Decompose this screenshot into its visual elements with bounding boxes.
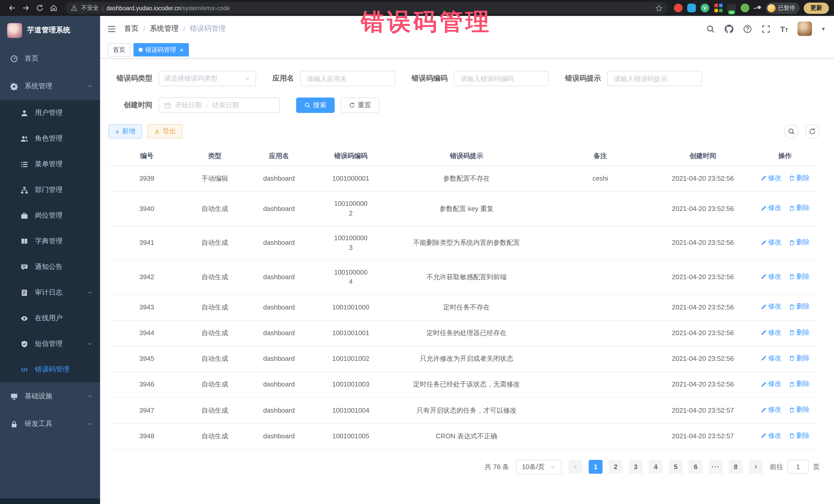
sidebar-item-sms[interactable]: 短信管理 — [0, 331, 100, 357]
export-button[interactable]: 导出 — [147, 124, 183, 138]
book-icon — [21, 237, 28, 245]
delete-link[interactable]: 删除 — [789, 302, 810, 312]
breadcrumb-system[interactable]: 系统管理 — [150, 24, 179, 34]
more-pages-button[interactable]: ··· — [709, 460, 723, 474]
tab-home[interactable]: 首页 — [108, 43, 130, 57]
url-path: /system/error-code — [181, 5, 230, 11]
app-logo-row[interactable]: 芋道管理系统 — [0, 16, 100, 45]
page-button-1[interactable]: 1 — [589, 460, 602, 474]
user-avatar[interactable] — [798, 22, 812, 36]
col-operations: 操作 — [750, 146, 820, 166]
search-button[interactable]: 搜索 — [296, 97, 335, 113]
sidebar-item-user[interactable]: 用户管理 — [0, 100, 100, 126]
delete-link[interactable]: 删除 — [789, 238, 810, 247]
sidebar-item-label: 首页 — [25, 54, 39, 63]
sidebar-item-error-code[interactable]: 错误码管理 — [0, 357, 100, 382]
delete-link[interactable]: 删除 — [789, 354, 810, 364]
next-page-button[interactable] — [749, 460, 763, 474]
table-row: 3945自动生成dashboard1001001002只允许修改为开启或者关闭状… — [108, 346, 820, 372]
close-icon[interactable]: × — [180, 46, 183, 53]
sidebar-item-post[interactable]: 岗位管理 — [0, 203, 100, 228]
error-message-input[interactable] — [607, 71, 702, 86]
extension-dark-icon[interactable]: on — [727, 4, 736, 12]
sidebar-item-role[interactable]: 角色管理 — [0, 126, 100, 151]
reset-button[interactable]: 重置 — [341, 97, 379, 113]
delete-link[interactable]: 删除 — [789, 174, 810, 183]
delete-link[interactable]: 删除 — [789, 379, 810, 389]
end-date-placeholder: 结束日期 — [212, 101, 239, 110]
edit-link[interactable]: 修改 — [760, 354, 782, 364]
app-name-input[interactable] — [300, 71, 395, 86]
edit-icon — [760, 175, 767, 181]
browser-profile-chip[interactable]: 已暂停 — [766, 2, 799, 14]
reload-icon[interactable] — [36, 4, 44, 12]
delete-link[interactable]: 删除 — [789, 328, 810, 337]
cell-remark — [545, 398, 655, 424]
error-code-input[interactable] — [454, 71, 549, 86]
edit-link[interactable]: 修改 — [760, 238, 782, 247]
page-button-5[interactable]: 5 — [669, 460, 683, 474]
edit-link[interactable]: 修改 — [760, 174, 782, 183]
hamburger-icon[interactable] — [107, 24, 116, 33]
delete-link[interactable]: 删除 — [789, 203, 810, 213]
sidebar-collapse-bar[interactable] — [0, 498, 100, 504]
page-size-select[interactable]: 10条/页 — [516, 460, 562, 474]
cell-app: dashboard — [244, 294, 313, 321]
delete-link[interactable]: 删除 — [789, 431, 810, 441]
edit-link[interactable]: 修改 — [760, 405, 782, 415]
edit-link[interactable]: 修改 — [760, 302, 782, 312]
help-icon[interactable] — [743, 24, 752, 33]
chevron-down-icon[interactable]: ▾ — [822, 25, 825, 32]
extension-grid-icon[interactable] — [714, 4, 723, 12]
filter-label-type: 错误码类型 — [108, 74, 152, 83]
github-icon[interactable] — [725, 24, 733, 33]
prev-page-button[interactable] — [569, 460, 583, 474]
cell-code: 1001000003 — [313, 226, 388, 260]
edit-link[interactable]: 修改 — [760, 379, 782, 389]
sidebar-item-online-user[interactable]: 在线用户 — [0, 305, 100, 331]
toggle-search-button[interactable] — [784, 124, 798, 138]
back-icon[interactable] — [8, 4, 16, 12]
browser-home-icon[interactable] — [50, 4, 58, 12]
sidebar-item-home[interactable]: 首页 — [0, 45, 100, 72]
page-button-8[interactable]: 8 — [729, 460, 743, 474]
create-time-range-picker[interactable]: 开始日期 - 结束日期 — [159, 97, 280, 113]
sidebar-item-notice[interactable]: 通知公告 — [0, 254, 100, 280]
pin-icon[interactable] — [752, 3, 763, 13]
extension-red-icon[interactable] — [674, 4, 683, 12]
edit-link[interactable]: 修改 — [760, 328, 782, 337]
extension-blue-icon[interactable] — [687, 4, 696, 12]
delete-link[interactable]: 删除 — [789, 405, 810, 415]
sidebar-item-dict[interactable]: 字典管理 — [0, 228, 100, 254]
page-button-4[interactable]: 4 — [649, 460, 663, 474]
font-size-icon[interactable]: TT — [780, 25, 788, 32]
bookmark-star-icon[interactable] — [655, 4, 663, 12]
tab-error-code[interactable]: 错误码管理 × — [133, 43, 189, 57]
error-type-select[interactable]: 请选择错误码类型 — [159, 71, 256, 86]
edit-link[interactable]: 修改 — [760, 431, 782, 441]
page-button-6[interactable]: 6 — [689, 460, 703, 474]
goto-page-input[interactable] — [787, 460, 809, 474]
edit-link[interactable]: 修改 — [760, 203, 782, 213]
sidebar-item-dept[interactable]: 部门管理 — [0, 177, 100, 203]
sidebar-item-menu[interactable]: 菜单管理 — [0, 151, 100, 177]
url-bar[interactable]: 不安全 dashboard.yudao.iocoder.cn/system/er… — [65, 2, 668, 14]
page-button-3[interactable]: 3 — [629, 460, 642, 474]
sidebar-item-system[interactable]: 系统管理 — [0, 72, 100, 100]
forward-icon[interactable] — [22, 4, 30, 12]
extension-vue-icon[interactable]: V — [701, 4, 709, 12]
extension-green-icon[interactable] — [741, 4, 749, 12]
edit-link[interactable]: 修改 — [760, 272, 782, 282]
sidebar-item-audit-log[interactable]: 审计日志 — [0, 280, 100, 305]
refresh-table-button[interactable] — [805, 124, 820, 138]
add-button[interactable]: + 新增 — [108, 124, 142, 138]
cell-created: 2021-04-20 23:52:56 — [655, 192, 750, 226]
browser-update-button[interactable]: 更新 — [804, 2, 829, 14]
sidebar-item-devtools[interactable]: 研发工具 — [0, 410, 100, 438]
search-icon[interactable] — [706, 24, 715, 33]
delete-link[interactable]: 删除 — [789, 272, 810, 282]
breadcrumb-home[interactable]: 首页 — [124, 24, 138, 34]
page-button-2[interactable]: 2 — [609, 460, 622, 474]
fullscreen-icon[interactable] — [762, 24, 770, 33]
sidebar-item-infra[interactable]: 基础设施 — [0, 382, 100, 410]
